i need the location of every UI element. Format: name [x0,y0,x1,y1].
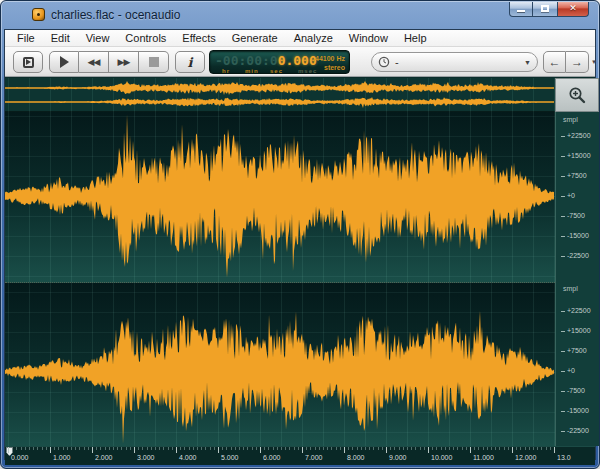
play-icon [60,56,69,68]
ruler-label-13.0: 13.0 [557,454,571,461]
menu-effects[interactable]: Effects [174,31,223,45]
arrow-right-icon: → [571,55,583,69]
play-button[interactable] [49,51,79,73]
axis-tick--7500: -7500 [561,387,585,394]
channel-mode: stereo [315,63,345,72]
fast-forward-button[interactable]: ▶▶ [109,51,139,73]
time-ruler[interactable]: 0.0001.0002.0003.0004.0005.0006.0007.000… [5,446,595,465]
maximize-button[interactable] [533,2,557,17]
info-button[interactable]: i [175,51,205,73]
waveform-shape [5,97,554,108]
menu-bar: FileEditViewControlsEffectsGenerateAnaly… [5,30,595,47]
ruler-tick [428,447,429,453]
previous-file-button[interactable]: ← [543,51,566,73]
window-title: charlies.flac - ocenaudio [51,8,180,22]
axis-tick-+0: +0 [561,192,575,199]
close-button[interactable]: ✕ [557,2,589,17]
menu-window[interactable]: Window [341,31,396,45]
unit-hr: hr [222,68,230,74]
rewind-icon: ◀◀ [88,57,100,67]
menu-help[interactable]: Help [396,31,435,45]
sample-rate: 44100 Hz [315,54,345,63]
waveform-editor: smpl+22500+15000+7500+0-7500-15000-22500… [5,78,595,459]
playback-device-dropdown[interactable]: - ▼ [371,52,538,72]
amplitude-axis: smpl+22500+15000+7500+0-7500-15000-22500… [555,112,599,446]
ruler-tick [554,447,555,453]
axis-tick--7500: -7500 [561,212,585,219]
info-icon: i [188,55,193,70]
zoom-in-button[interactable] [555,78,599,112]
waveform-channel-right[interactable] [5,282,555,446]
stop-button[interactable] [139,51,169,73]
ruler-tick [344,447,345,453]
axis-unit-label: smpl [563,285,578,292]
toolbar: ◀◀ ▶▶ i -00:00:00.000 hr min sec msec 44… [5,47,595,77]
ruler-tick [260,447,261,453]
ruler-tick [302,447,303,453]
menu-file[interactable]: File [9,31,43,45]
ruler-tick [176,447,177,453]
zoom-in-icon [567,85,587,105]
ruler-label-7.000: 7.000 [305,454,323,461]
minimize-button[interactable] [509,2,533,17]
axis-tick-+7500: +7500 [561,172,587,179]
app-window: charlies.flac - ocenaudio ✕ FileEditView… [0,0,600,469]
ruler-label-2.000: 2.000 [95,454,113,461]
axis-tick--22500: -22500 [561,252,589,259]
play-in-box-icon [23,57,34,68]
waveform-shape [5,81,554,95]
play-selection-button[interactable] [13,51,43,73]
unit-sec: sec [270,68,283,74]
ruler-tick [50,447,51,453]
close-icon: ✕ [569,3,577,13]
ruler-label-0.000: 0.000 [11,454,29,461]
menu-generate[interactable]: Generate [224,31,286,45]
ruler-label-10.000: 10.000 [431,454,452,461]
fast-forward-icon: ▶▶ [118,57,130,67]
ruler-minor-ticks [8,447,555,450]
rewind-button[interactable]: ◀◀ [79,51,109,73]
axis-tick-+7500: +7500 [561,347,587,354]
ruler-tick [386,447,387,453]
maximize-icon [541,5,549,12]
axis-tick-+15000: +15000 [561,327,591,334]
ruler-tick [134,447,135,453]
ruler-label-5.000: 5.000 [221,454,239,461]
time-digits: -00:00:00.000 [215,53,317,68]
app-icon [32,8,45,21]
chevron-down-icon: ▼ [524,59,531,66]
ruler-label-1.000: 1.000 [53,454,71,461]
axis-tick-+15000: +15000 [561,152,591,159]
stop-icon [149,57,159,67]
audio-overview[interactable] [5,78,555,112]
unit-min: min [245,68,259,74]
waveform-shape [5,114,554,277]
ruler-label-3.000: 3.000 [137,454,155,461]
ruler-label-4.000: 4.000 [179,454,197,461]
waveform-channel-left[interactable] [5,112,555,282]
menu-analyze[interactable]: Analyze [286,31,341,45]
ruler-label-12.000: 12.000 [515,454,536,461]
ruler-tick [470,447,471,453]
ruler-tick [92,447,93,453]
axis-unit-label: smpl [563,116,578,123]
toolbar-overflow-button[interactable]: ▼ [591,59,597,65]
ruler-label-8.000: 8.000 [347,454,365,461]
menu-controls[interactable]: Controls [117,31,174,45]
time-display[interactable]: -00:00:00.000 hr min sec msec 44100 Hz s… [209,50,350,74]
axis-tick-+22500: +22500 [561,132,591,139]
axis-tick-+22500: +22500 [561,307,591,314]
menu-view[interactable]: View [78,31,118,45]
axis-tick--22500: -22500 [561,427,589,434]
ruler-label-9.000: 9.000 [389,454,407,461]
menu-edit[interactable]: Edit [43,31,78,45]
ruler-tick [512,447,513,453]
title-bar[interactable]: charlies.flac - ocenaudio ✕ [1,1,599,29]
device-value: - [395,56,524,68]
next-file-button[interactable]: → [566,51,589,73]
arrow-left-icon: ← [549,55,561,69]
axis-tick--15000: -15000 [561,407,589,414]
ruler-tick [218,447,219,453]
clock-icon [378,56,390,68]
axis-tick-+0: +0 [561,367,575,374]
